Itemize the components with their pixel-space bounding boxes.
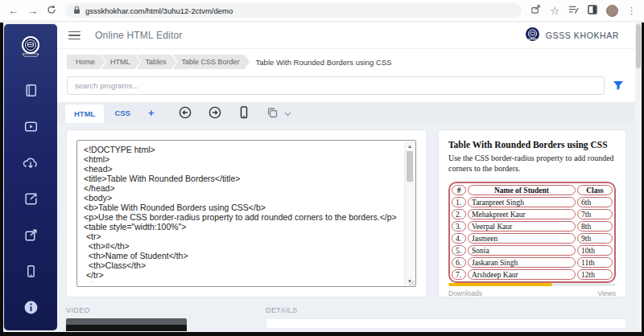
filter-funnel-icon[interactable]	[613, 80, 625, 91]
url-text[interactable]: gssskhokhar.com/html/3uhu12-2ctvm/demo	[85, 6, 233, 15]
reload-icon[interactable]	[47, 5, 56, 16]
views-label: Views	[597, 289, 616, 297]
table-row: 2.Mehakpreet Kaur7th	[452, 209, 613, 219]
hamburger-menu-icon[interactable]	[68, 29, 80, 43]
breadcrumb: HomeHTMLTablesTable CSS BorderTable With…	[67, 54, 625, 70]
reading-list-icon[interactable]	[568, 3, 579, 18]
preview-table: #Name of StudentClass 1.Taranpreet Singh…	[448, 182, 616, 283]
editor-tabbar: HTML CSS +	[57, 102, 635, 123]
table-cell: 9th	[577, 233, 613, 244]
preview-table-body: 1.Taranpreet Singh6th2.Mehakpreet Kaur7t…	[452, 197, 613, 280]
content-panels: <!DOCTYPE html> <html> <head> <title>Tab…	[57, 123, 635, 305]
breadcrumb-item[interactable]: HTML	[101, 55, 141, 69]
notebook-icon[interactable]	[23, 83, 39, 98]
table-cell: 10th	[577, 245, 613, 256]
table-cell: Sonia	[468, 245, 576, 256]
video-section: VIDEO	[66, 306, 254, 332]
breadcrumb-item[interactable]: Table CSS Border	[173, 55, 250, 69]
cloud-download-icon[interactable]	[23, 155, 39, 170]
menu-kebab-icon[interactable]: ⋮	[627, 6, 636, 16]
table-cell: 6.	[452, 257, 466, 268]
table-cell: 12th	[577, 269, 613, 280]
progress-bar	[448, 283, 616, 286]
profile-avatar[interactable]	[606, 5, 618, 17]
info-icon[interactable]	[23, 300, 39, 315]
tab-preview-icon[interactable]	[588, 3, 597, 18]
progress-fill	[448, 283, 552, 286]
brand-logo-icon	[525, 27, 540, 45]
circle-arrow-right-icon[interactable]	[208, 106, 221, 119]
bookmark-star-icon[interactable]: ☆	[550, 6, 559, 16]
downloads-label: Downloads	[448, 289, 482, 297]
table-cell: Mehakpreet Kaur	[468, 209, 576, 219]
table-row: 6.Jaskaran Singh11th	[452, 257, 613, 268]
main-area: Online HTML Editor GSSS KHOKHAR HomeHTML…	[57, 23, 635, 332]
school-logo-icon[interactable]	[17, 34, 44, 64]
tab-html[interactable]: HTML	[65, 104, 104, 123]
circle-arrow-left-icon[interactable]	[179, 106, 192, 119]
table-cell: Taranpreet Singh	[468, 197, 576, 207]
video-player-thumbnail[interactable]	[66, 318, 187, 331]
lock-icon	[73, 3, 80, 18]
code-textarea[interactable]: <!DOCTYPE html> <html> <head> <title>Tab…	[76, 140, 416, 287]
app-shell: Online HTML Editor GSSS KHOKHAR HomeHTML…	[0, 23, 644, 336]
share-icon[interactable]	[530, 3, 541, 18]
editor-scrollbar[interactable]: ▲ ▼	[404, 141, 415, 285]
details-section: DETAILS	[266, 306, 626, 332]
page-scrollbar[interactable]	[635, 23, 642, 332]
table-cell: Jasmeen	[468, 233, 576, 244]
table-cell: 7.	[452, 269, 466, 280]
table-row: 5.Sonia10th	[452, 245, 613, 256]
preview-table-header: Class	[577, 185, 613, 195]
mobile-app-icon[interactable]	[23, 264, 39, 279]
browser-actions: ☆ ⋮	[530, 3, 636, 18]
preview-table-header: #	[452, 185, 466, 195]
table-cell: 8th	[577, 221, 613, 232]
chevron-down-icon[interactable]	[284, 105, 291, 120]
stats-block: Downloads Views 1 76	[448, 283, 616, 297]
copy-icon[interactable]	[266, 107, 279, 119]
video-tutorials-icon[interactable]	[23, 119, 39, 134]
tab-css[interactable]: CSS	[105, 104, 139, 122]
brand[interactable]: GSSS KHOKHAR	[525, 27, 624, 45]
sidebar	[4, 24, 57, 330]
table-row: 7.Arshdeep Kaur12th	[452, 269, 613, 280]
table-cell: 7th	[577, 209, 613, 219]
page-title: Online HTML Editor	[95, 30, 183, 41]
table-row: 4.Jasmeen9th	[452, 233, 613, 244]
table-cell: 3.	[452, 221, 466, 232]
address-bar[interactable]: gssskhokhar.com/html/3uhu12-2ctvm/demo	[65, 3, 522, 18]
bottom-sections: VIDEO DETAILS	[57, 305, 635, 332]
search-row	[67, 76, 625, 95]
code-content[interactable]: <!DOCTYPE html> <html> <head> <title>Tab…	[84, 145, 399, 282]
preview-title: Table With Rounded Borders using CSS	[448, 140, 616, 150]
page-scrollbar-thumb[interactable]	[636, 24, 641, 68]
forward-arrow-icon[interactable]: →	[27, 6, 38, 16]
table-row: 3.Veerpal Kaur8th	[452, 221, 613, 232]
breadcrumb-item[interactable]: Tables	[137, 55, 177, 69]
mobile-view-icon[interactable]	[238, 106, 250, 119]
table-row: 1.Taranpreet Singh6th	[452, 197, 613, 207]
table-cell: Jaskaran Singh	[468, 257, 576, 268]
table-cell: 11th	[577, 257, 613, 268]
add-tab-button[interactable]: +	[141, 107, 162, 119]
breadcrumb-item[interactable]: Home	[67, 55, 105, 69]
details-section-label: DETAILS	[266, 306, 626, 314]
search-input[interactable]	[67, 76, 605, 95]
details-panel	[266, 318, 626, 328]
table-cell: 1.	[452, 197, 466, 207]
video-section-label: VIDEO	[66, 306, 254, 314]
scroll-up-icon[interactable]: ▲	[405, 141, 415, 150]
share-icon[interactable]	[23, 191, 39, 207]
browser-window: ← → gssskhokhar.com/html/3uhu12-2ctvm/de…	[0, 0, 644, 336]
breadcrumb-current: Table With Rounded Borders using CSS	[256, 58, 392, 67]
external-link-icon[interactable]	[23, 227, 39, 243]
brand-name: GSSS KHOKHAR	[546, 31, 619, 40]
scrollbar-thumb[interactable]	[407, 151, 413, 182]
preview-description: Use the CSS border-radius property to ad…	[448, 154, 616, 174]
table-cell: Veerpal Kaur	[468, 221, 576, 232]
table-cell: 2.	[452, 209, 466, 219]
table-cell: Arshdeep Kaur	[468, 269, 576, 280]
preview-table-head-row: #Name of StudentClass	[452, 185, 613, 195]
back-arrow-icon[interactable]: ←	[8, 6, 19, 16]
